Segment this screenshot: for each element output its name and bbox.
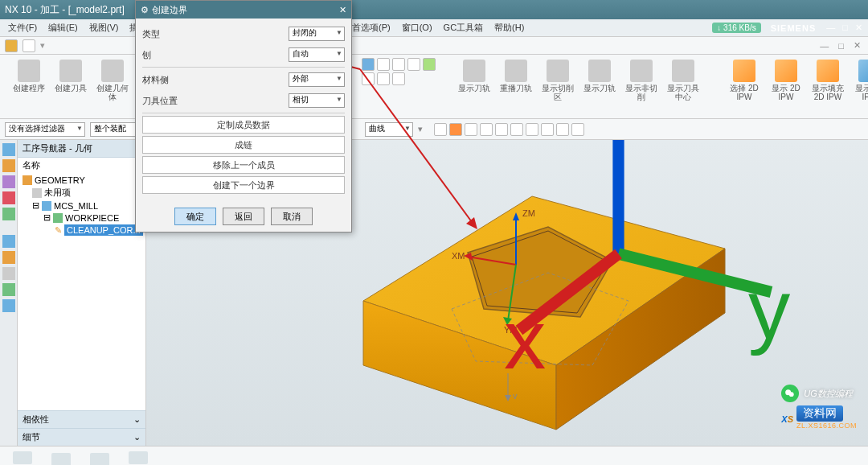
curve-filter-select[interactable]: 曲线 [365,122,413,137]
tree-workpiece[interactable]: ⊟WORKPIECE [21,212,142,224]
roughing-icon[interactable] [362,58,375,71]
nav-dependency-tab[interactable]: 相依性⌄ [18,410,145,428]
strip-geo-icon[interactable] [2,191,15,204]
watermark: UG数控编程 XS 资料网 ZL.XS1616.COM [781,385,857,430]
snap-icon-7[interactable] [526,123,538,136]
close-window-icon[interactable]: ✕ [855,23,862,32]
thumb-method[interactable]: 加工方法视图 [122,451,154,466]
show-path2-button[interactable]: 显示刀轨 [580,58,619,109]
menu-gc[interactable]: GC工具箱 [439,20,489,35]
open-icon[interactable] [5,39,18,52]
svg-text:y: y [748,261,791,356]
create-next-button[interactable]: 创建下一个边界 [142,176,345,194]
menu-edit[interactable]: 编辑(E) [43,20,83,35]
create-program-button[interactable]: 创建程序 [10,58,48,109]
tree-unused[interactable]: 未用项 [21,186,142,200]
selection-filter-select[interactable]: 没有选择过滤器 [5,122,85,137]
inner-close-icon[interactable]: ✕ [854,40,861,51]
mini-icon-7[interactable] [377,72,390,85]
chain-button[interactable]: 成链 [142,136,345,154]
svg-text:z: z [634,140,676,142]
dialog-title-text: 创建边界 [152,4,187,16]
snap-icon-1[interactable] [434,123,447,136]
snap-icon-5[interactable] [495,123,508,136]
strip-nav-icon[interactable] [2,143,15,156]
mini-icon-2[interactable] [377,58,390,71]
snap-icon-6[interactable] [510,123,523,136]
title-bar: NX 10 - 加工 - [_model2.prt] [0,0,868,19]
menu-help[interactable]: 帮助(H) [489,20,529,35]
strip-7-icon[interactable] [2,251,15,264]
tree-mcs[interactable]: ⊟MCS_MILL [21,200,142,212]
snap-icon-2[interactable] [449,123,462,136]
nav-detail-tab[interactable]: 细节⌄ [18,428,145,446]
replay-toolpath-button[interactable]: 重播刀轨 [497,58,535,109]
side-icon-strip [0,140,18,446]
thumb-geometry[interactable]: 几何视图 [84,451,116,466]
strip-9-icon[interactable] [2,283,15,296]
nav-header: 工序导航器 - 几何 [18,140,145,158]
create-tool-button[interactable]: 创建刀具 [51,58,90,109]
show-toolcenter-button[interactable]: 显示刀具中心 [664,58,702,109]
plane-select[interactable]: 自动 [289,47,345,62]
custom-member-button[interactable]: 定制成员数据 [142,116,345,134]
close-icon[interactable]: ✕ [339,5,346,15]
tool-select[interactable]: 相切 [289,93,345,108]
show-2dipw-button[interactable]: 显示 2D IPW [767,58,805,109]
show-noncut-button[interactable]: 显示非切削 [622,58,661,109]
material-label: 材料侧 [142,74,289,86]
create-boundary-dialog: ⚙ 创建边界 ✕ 类型 封闭的 刨 自动 材料侧 外部 刀具位置 相切 定制成员… [135,0,352,232]
show-3dipw-button[interactable]: 显示 3D IPW [850,58,868,109]
minimize-icon[interactable]: — [826,23,835,32]
view-thumbs-bar: 程序顺序视 机床视图 几何视图 加工方法视图 ▸ [0,446,868,465]
menu-bar: 文件(F) 编辑(E) 视图(V) 插入(S) 首选项(P) 窗口(O) GC工… [0,19,868,37]
inner-minimize-icon[interactable]: — [820,41,829,51]
menu-prefs[interactable]: 首选项(P) [347,20,395,35]
nav-tree[interactable]: GEOMETRY 未用项 ⊟MCS_MILL ⊟WORKPIECE ✎CLEAN… [18,173,145,238]
remove-member-button[interactable]: 移除上一个成员 [142,156,345,174]
show-fill2dipw-button[interactable]: 显示填充 2D IPW [809,58,847,109]
svg-text:x: x [504,292,546,368]
tree-geometry[interactable]: GEOMETRY [21,175,142,186]
selection-filter-bar: 没有选择过滤器 整个装配 曲线 ▾ [0,119,868,140]
ok-button[interactable]: 确定 [174,208,216,225]
tool-label: 刀具位置 [142,95,289,107]
save-icon[interactable] [23,39,35,52]
show-toolpath-button[interactable]: 显示刀轨 [455,58,493,109]
type-select[interactable]: 封闭的 [289,27,345,41]
snap-icon-9[interactable] [556,123,569,136]
create-geometry-button[interactable]: 创建几何体 [93,58,132,109]
strip-ops-icon[interactable] [2,159,15,172]
mini-icon-6[interactable] [362,72,375,85]
strip-meth-icon[interactable] [2,208,15,220]
menu-view[interactable]: 视图(V) [84,20,124,35]
mini-icon-8[interactable] [392,72,405,85]
strip-6-icon[interactable] [2,235,15,248]
snap-icon-3[interactable] [465,123,477,136]
back-button[interactable]: 返回 [223,208,264,225]
select-2dipw-button[interactable]: 选择 2D IPW [725,58,764,109]
dialog-titlebar[interactable]: ⚙ 创建边界 ✕ [136,1,351,19]
inner-restore-icon[interactable]: □ [838,41,844,51]
strip-8-icon[interactable] [2,267,15,280]
snap-icon-10[interactable] [571,123,584,136]
chevron-down-icon: ⌄ [133,414,141,425]
plane-label: 刨 [142,49,289,61]
cancel-button[interactable]: 取消 [271,208,313,225]
snap-icon-8[interactable] [541,123,554,136]
chevron-down-icon: ⌄ [133,432,141,442]
tree-cleanup[interactable]: ✎CLEANUP_COR... [21,224,142,237]
menu-window[interactable]: 窗口(O) [397,20,437,35]
mini-icon-3[interactable] [392,58,405,71]
mini-icon-5[interactable] [423,58,436,71]
snap-icon-4[interactable] [480,123,493,136]
strip-10-icon[interactable] [2,299,15,312]
maximize-icon[interactable]: □ [842,23,848,32]
material-select[interactable]: 外部 [289,72,345,87]
strip-mt-icon[interactable] [2,175,15,188]
menu-file[interactable]: 文件(F) [3,20,42,35]
thumb-machine[interactable]: 机床视图 [45,451,77,466]
mini-icon-4[interactable] [407,58,420,71]
show-cutarea-button[interactable]: 显示切削区 [538,58,577,109]
thumb-program[interactable]: 程序顺序视 [6,451,39,466]
